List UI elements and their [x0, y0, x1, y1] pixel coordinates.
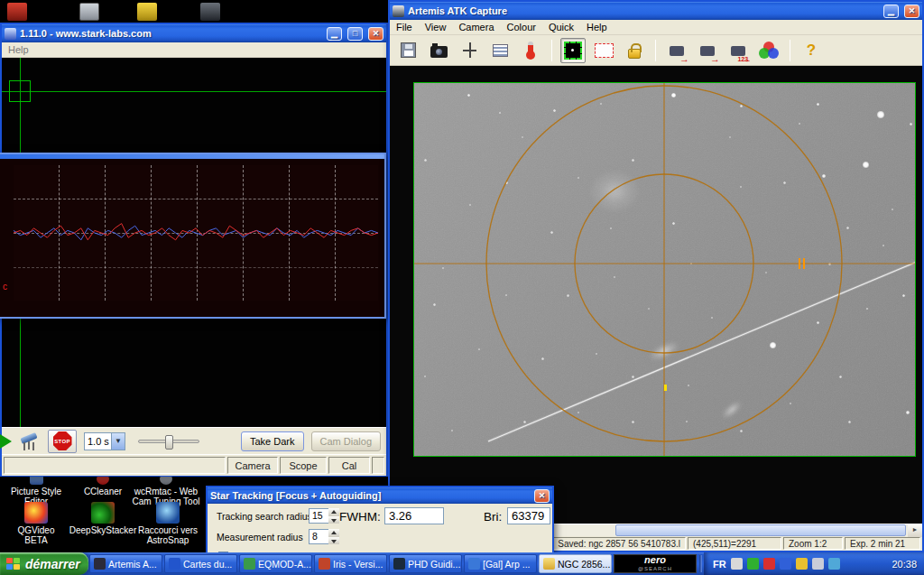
menu-quick[interactable]: Quick [549, 22, 574, 32]
spin-up-button[interactable] [328, 529, 339, 537]
desktop-icon-label: Raccourci vers AstroSnap [134, 525, 202, 545]
stop-button[interactable]: STOP [48, 430, 77, 453]
lock-button[interactable] [622, 38, 647, 63]
taskbar-task-gal-arp[interactable]: [Gal] Arp ... [464, 554, 537, 573]
tray-update-icon[interactable] [747, 558, 759, 570]
tray-shield-icon[interactable] [796, 558, 808, 570]
help-button[interactable]: ? [799, 38, 824, 63]
taskbar-clock[interactable]: 20:38 [892, 559, 917, 570]
task-icon [244, 558, 255, 570]
display-settings-button[interactable] [487, 38, 513, 63]
close-button[interactable] [904, 5, 919, 18]
close-button[interactable] [534, 489, 550, 503]
take-dark-button[interactable]: Take Dark [241, 431, 304, 451]
desktop-shortcut-icon-red[interactable] [7, 3, 27, 21]
artemis-titlebar[interactable]: Artemis ATK Capture [390, 2, 922, 20]
camera-loop-icon [700, 46, 715, 56]
camera-sequence-icon [731, 46, 745, 56]
chevron-down-icon[interactable]: ▼ [111, 433, 125, 450]
minimize-button[interactable] [327, 27, 342, 41]
bri-label: Bri: [484, 510, 502, 524]
scroll-right-arrow[interactable]: ► [908, 524, 922, 537]
taskbar-task-eqmod[interactable]: EQMOD-A... [239, 554, 312, 573]
tray-magnifier-icon[interactable] [731, 558, 743, 570]
taskbar-task-phd[interactable]: PHD Guidi... [389, 554, 462, 573]
measurement-radius-spinner[interactable]: 8 [309, 529, 339, 544]
phd-titlebar[interactable]: 1.11.0 - www.stark-labs.com [2, 24, 386, 42]
status-cursor-value: (425,511)=2291 [688, 537, 781, 550]
desktop-icon-qgvideo[interactable]: QGVideo BETA [7, 502, 65, 545]
colour-wheel-icon [759, 42, 779, 60]
loop-capture-button[interactable] [695, 38, 720, 63]
tracking-search-radius-spinner[interactable]: 15 [309, 508, 339, 524]
taskbar-task-iris[interactable]: Iris - Versi... [314, 554, 387, 573]
tracking-search-radius-value[interactable]: 15 [309, 508, 328, 524]
network-icon[interactable] [828, 558, 840, 570]
task-label: Cartes du... [183, 559, 232, 570]
qgvideo-icon [24, 502, 48, 524]
tray-antivirus-icon[interactable] [763, 558, 775, 570]
task-label: Iris - Versi... [333, 559, 383, 570]
brain-settings-icon[interactable] [212, 432, 234, 450]
folder-icon [543, 558, 555, 570]
desktop-icon-astrosnap[interactable]: Raccourci vers AstroSnap [134, 502, 202, 545]
cooler-button[interactable] [518, 38, 543, 63]
colour-synthesis-button[interactable] [756, 38, 781, 63]
language-indicator[interactable]: FR [713, 559, 726, 570]
exposure-duration-select[interactable]: 1.0 s ▼ [84, 432, 125, 450]
nero-search-label: @SEARCH [638, 564, 672, 573]
measurement-radius-value[interactable]: 8 [309, 529, 328, 544]
start-button[interactable]: démarrer [0, 552, 88, 575]
desktop: Picture Style Editor CCleaner wcRmtac - … [0, 0, 924, 575]
taskbar-task-artemis[interactable]: Artemis A... [89, 554, 162, 573]
menu-file[interactable]: File [396, 22, 412, 32]
guide-shortcut-icon[interactable] [137, 3, 157, 21]
taskbar-divider [699, 555, 702, 572]
taskbar-task-cartes[interactable]: Cartes du... [164, 554, 237, 573]
spin-down-button[interactable] [328, 516, 339, 524]
spin-up-button[interactable] [328, 508, 339, 516]
camera-device-icon[interactable] [200, 3, 220, 21]
full-frame-button[interactable] [560, 38, 586, 63]
star-tracking-titlebar[interactable]: Star Tracking [Focus + Autoguiding] [208, 487, 552, 504]
menu-colour[interactable]: Colour [507, 22, 536, 32]
menu-view[interactable]: View [425, 22, 447, 32]
system-tray: FR 20:38 [704, 552, 924, 575]
close-button[interactable] [368, 27, 383, 41]
spin-down-button[interactable] [328, 537, 339, 545]
taskbar-task-ngc-folder[interactable]: NGC 2856... [539, 554, 612, 573]
maximize-button[interactable] [347, 27, 363, 41]
volume-icon[interactable] [812, 558, 824, 570]
gamma-slider[interactable] [138, 440, 199, 443]
captured-image[interactable] [413, 82, 916, 457]
minimize-button[interactable] [883, 5, 899, 18]
save-button[interactable] [395, 38, 420, 63]
windows-flag-icon [6, 558, 20, 570]
nero-search-deskband[interactable]: nero @SEARCH [614, 554, 697, 573]
menu-camera[interactable]: Camera [458, 22, 494, 32]
desktop-icon-deepskystacker[interactable]: DeepSkyStacker [72, 502, 134, 535]
telescope-icon[interactable] [19, 432, 41, 450]
scrollbar-thumb[interactable] [615, 524, 906, 536]
desktop-icon-label: DeepSkyStacker [69, 525, 136, 535]
menu-help[interactable]: Help [8, 44, 29, 55]
measure-button[interactable] [457, 38, 482, 63]
gamma-slider-thumb[interactable] [165, 435, 173, 450]
graph-titlebar[interactable] [0, 154, 384, 159]
guiding-graph-plot [14, 165, 378, 301]
cam-dialog-button[interactable]: Cam Dialog [311, 431, 381, 451]
graph-axis-label: c [3, 282, 7, 292]
fwhm-label: FWHM: [339, 510, 381, 524]
camera-capture-icon [670, 46, 684, 56]
printer-icon[interactable] [79, 3, 99, 21]
status-panel-camera: Camera [227, 457, 278, 474]
sequence-capture-button[interactable]: 123. [725, 38, 751, 63]
sequence-counter-label: 123. [737, 56, 750, 62]
loop-exposures-icon[interactable] [0, 434, 12, 449]
menu-help[interactable]: Help [587, 22, 607, 32]
tray-display-icon[interactable] [780, 558, 791, 570]
snapshot-button[interactable] [664, 38, 689, 63]
camera-settings-button[interactable] [426, 38, 451, 63]
subframe-button[interactable] [591, 38, 616, 63]
task-icon [94, 558, 106, 570]
